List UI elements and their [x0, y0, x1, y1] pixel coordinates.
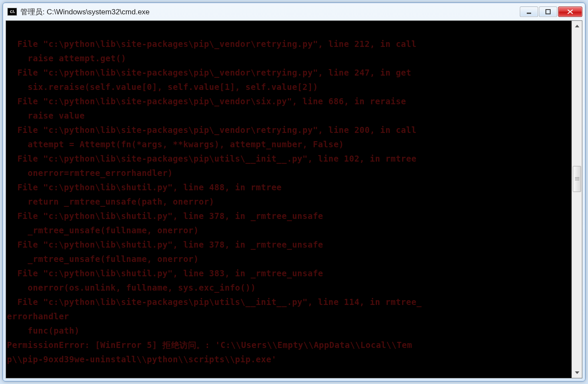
- scroll-thumb[interactable]: [573, 166, 581, 192]
- error-line: PermissionError: [WinError 5] 拒绝访问。: 'C:…: [7, 340, 412, 350]
- traceback-line: File "c:\python\lib\shutil.py", line 488…: [7, 182, 282, 192]
- traceback-line: onerror(os.unlink, fullname, sys.exc_inf…: [7, 283, 256, 292]
- traceback-line: attempt = Attempt(fn(*args, **kwargs), a…: [7, 139, 344, 149]
- console-client-area: File "c:\python\lib\site-packages\pip\_v…: [6, 20, 582, 378]
- traceback-line: File "c:\python\lib\site-packages\pip\_v…: [7, 125, 416, 135]
- traceback-line: _rmtree_unsafe(fullname, onerror): [7, 254, 199, 264]
- title-bar[interactable]: C:\. 管理员: C:\Windows\system32\cmd.exe: [3, 3, 585, 20]
- traceback-line: raise attempt.get(): [7, 53, 126, 63]
- traceback-line: six.reraise(self.value[0], self.value[1]…: [7, 82, 318, 92]
- traceback-line: File "c:\python\lib\shutil.py", line 383…: [7, 268, 323, 278]
- traceback-line: _rmtree_unsafe(fullname, onerror): [7, 225, 199, 235]
- vertical-scrollbar: [571, 21, 582, 378]
- svg-rect-0: [527, 13, 531, 14]
- scroll-track[interactable]: [572, 31, 582, 367]
- minimize-button[interactable]: [520, 7, 538, 17]
- traceback-line: File "c:\python\lib\site-packages\pip\ut…: [7, 154, 416, 163]
- close-button[interactable]: [558, 7, 582, 17]
- traceback-line: File "c:\python\lib\site-packages\pip\_v…: [7, 39, 416, 49]
- traceback-line: onerror=rmtree_errorhandler): [7, 168, 173, 178]
- cmd-window: C:\. 管理员: C:\Windows\system32\cmd.exe Fi…: [3, 3, 585, 381]
- traceback-line: raise value: [7, 111, 85, 120]
- console-output[interactable]: File "c:\python\lib\site-packages\pip\_v…: [6, 21, 571, 378]
- traceback-line: File "c:\python\lib\shutil.py", line 378…: [7, 211, 323, 221]
- traceback-line: File "c:\python\lib\site-packages\pip\_v…: [7, 68, 411, 77]
- traceback-line: File "c:\python\lib\shutil.py", line 378…: [7, 240, 323, 249]
- traceback-line: errorhandler: [7, 311, 69, 321]
- maximize-button[interactable]: [539, 7, 557, 17]
- traceback-line: File "c:\python\lib\site-packages\pip\_v…: [7, 96, 406, 106]
- svg-rect-1: [546, 10, 550, 14]
- error-line: p\\pip-9oxd39we-uninstall\\python\\scrip…: [7, 354, 277, 364]
- window-controls: [520, 7, 582, 17]
- window-title: 管理员: C:\Windows\system32\cmd.exe: [20, 7, 520, 17]
- traceback-line: func(path): [7, 326, 79, 335]
- scroll-up-button[interactable]: [572, 21, 582, 31]
- app-icon: C:\.: [7, 8, 17, 16]
- thumb-grip-icon: [575, 177, 579, 181]
- traceback-line: File "c:\python\lib\site-packages\pip\ut…: [7, 297, 422, 307]
- traceback-line: return _rmtree_unsafe(path, onerror): [7, 197, 215, 206]
- scroll-down-button[interactable]: [572, 367, 582, 378]
